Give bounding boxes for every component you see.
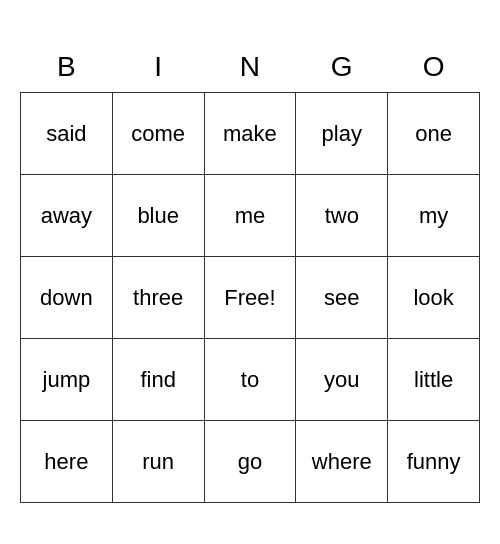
bingo-header-letter: G <box>296 41 388 93</box>
bingo-cell-r1-c1: blue <box>112 175 204 257</box>
bingo-cell-r0-c0: said <box>21 93 113 175</box>
bingo-header-letter: B <box>21 41 113 93</box>
bingo-cell-r3-c0: jump <box>21 339 113 421</box>
bingo-cell-r2-c3: see <box>296 257 388 339</box>
table-row: awaybluemetwomy <box>21 175 480 257</box>
bingo-card: BINGO saidcomemakeplayoneawaybluemetwomy… <box>20 41 480 504</box>
bingo-header-letter: I <box>112 41 204 93</box>
table-row: hererungowherefunny <box>21 421 480 503</box>
bingo-cell-r2-c0: down <box>21 257 113 339</box>
bingo-cell-r2-c1: three <box>112 257 204 339</box>
bingo-cell-r3-c3: you <box>296 339 388 421</box>
bingo-header: BINGO <box>21 41 480 93</box>
bingo-cell-r0-c4: one <box>388 93 480 175</box>
bingo-cell-r2-c4: look <box>388 257 480 339</box>
bingo-cell-r1-c0: away <box>21 175 113 257</box>
bingo-header-letter: O <box>388 41 480 93</box>
bingo-header-letter: N <box>204 41 296 93</box>
table-row: saidcomemakeplayone <box>21 93 480 175</box>
bingo-cell-r2-c2: Free! <box>204 257 296 339</box>
bingo-cell-r4-c1: run <box>112 421 204 503</box>
bingo-cell-r3-c4: little <box>388 339 480 421</box>
table-row: downthreeFree!seelook <box>21 257 480 339</box>
table-row: jumpfindtoyoulittle <box>21 339 480 421</box>
bingo-cell-r4-c2: go <box>204 421 296 503</box>
bingo-body: saidcomemakeplayoneawaybluemetwomydownth… <box>21 93 480 503</box>
bingo-cell-r1-c4: my <box>388 175 480 257</box>
bingo-cell-r4-c4: funny <box>388 421 480 503</box>
bingo-cell-r4-c3: where <box>296 421 388 503</box>
bingo-cell-r3-c1: find <box>112 339 204 421</box>
bingo-cell-r0-c2: make <box>204 93 296 175</box>
bingo-cell-r4-c0: here <box>21 421 113 503</box>
bingo-cell-r1-c3: two <box>296 175 388 257</box>
bingo-cell-r1-c2: me <box>204 175 296 257</box>
bingo-cell-r0-c3: play <box>296 93 388 175</box>
bingo-cell-r3-c2: to <box>204 339 296 421</box>
bingo-cell-r0-c1: come <box>112 93 204 175</box>
